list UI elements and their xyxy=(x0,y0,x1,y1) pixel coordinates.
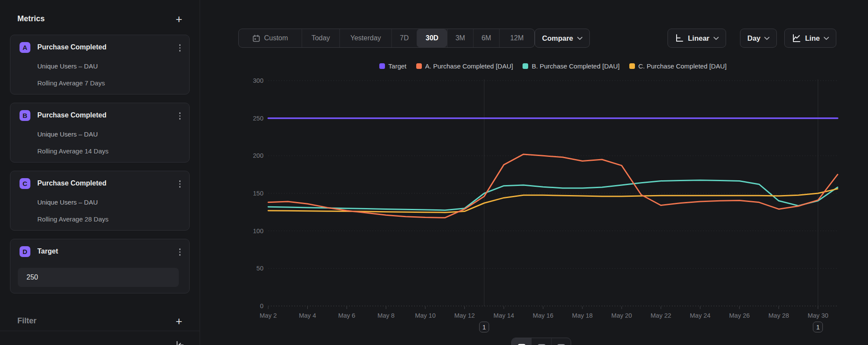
legend-item[interactable]: B. Purchase Completed [DAU] xyxy=(523,62,620,70)
bar-chart-icon xyxy=(536,342,547,345)
series-line xyxy=(268,180,838,210)
x-tick-label: May 12 xyxy=(454,312,475,319)
kebab-menu-icon[interactable] xyxy=(178,179,183,189)
chevron-down-icon xyxy=(824,37,829,40)
metric-measure: Unique Users – DAU xyxy=(37,62,98,70)
collapse-sidebar-icon[interactable] xyxy=(174,340,185,345)
metric-badge: D xyxy=(20,246,30,257)
chart-panel: CustomTodayYesterday7D30D3M6M12M Compare… xyxy=(200,0,868,345)
metric-badge: A xyxy=(20,42,30,53)
view-type-selector xyxy=(511,338,571,345)
legend-item[interactable]: A. Purchase Completed [DAU] xyxy=(416,62,513,70)
metric-title: Purchase Completed xyxy=(37,43,106,51)
date-range-label: 3M xyxy=(455,34,465,42)
x-tick-label: May 22 xyxy=(651,312,671,319)
y-tick-label: 250 xyxy=(253,115,263,122)
date-range-yesterday[interactable]: Yesterday xyxy=(339,29,391,47)
metric-badge: C xyxy=(20,178,30,189)
chevron-down-icon xyxy=(577,37,582,40)
legend-label: B. Purchase Completed [DAU] xyxy=(532,62,620,70)
x-tick-label: May 4 xyxy=(299,312,316,319)
add-metric-icon[interactable]: + xyxy=(176,15,182,23)
target-card[interactable]: D Target xyxy=(10,239,190,293)
add-filter-icon[interactable]: + xyxy=(176,317,182,325)
metric-transform: Rolling Average 7 Days xyxy=(37,79,105,87)
metric-transform: Rolling Average 14 Days xyxy=(37,147,108,155)
legend-item[interactable]: Target xyxy=(379,62,407,70)
stacked-chart-icon xyxy=(556,342,566,345)
date-range-12m[interactable]: 12M xyxy=(499,29,534,47)
compare-label: Compare xyxy=(542,34,573,42)
metric-measure: Unique Users – DAU xyxy=(37,130,98,138)
date-range-6m[interactable]: 6M xyxy=(473,29,499,47)
date-range-3m[interactable]: 3M xyxy=(447,29,473,47)
line-chart: 050100150200250300May 2May 4May 6May 8Ma… xyxy=(200,0,868,345)
x-tick-label: May 30 xyxy=(808,312,829,319)
metric-badge: B xyxy=(20,110,30,121)
linear-scale-icon xyxy=(675,34,684,43)
date-range-label: 12M xyxy=(510,34,523,42)
annotation-badge[interactable]: 1 xyxy=(813,322,823,332)
y-tick-label: 150 xyxy=(253,190,263,197)
metric-card[interactable]: BPurchase CompletedUnique Users – DAURol… xyxy=(10,103,190,163)
view-option-bar-chart[interactable] xyxy=(531,338,551,345)
target-value-input[interactable] xyxy=(18,268,179,287)
x-tick-label: May 14 xyxy=(493,312,514,319)
x-tick-label: May 8 xyxy=(378,312,395,319)
scale-button[interactable]: Linear xyxy=(667,29,726,48)
filter-title: Filter xyxy=(17,316,36,325)
view-option-line-chart[interactable] xyxy=(512,338,531,345)
legend-label: C. Purchase Completed [DAU] xyxy=(638,62,727,70)
date-range-label: 6M xyxy=(481,34,491,42)
granularity-label: Day xyxy=(747,34,760,42)
metric-card[interactable]: APurchase CompletedUnique Users – DAURol… xyxy=(10,35,190,94)
y-tick-label: 200 xyxy=(253,152,263,159)
legend-swatch xyxy=(416,63,422,69)
date-range-label: Custom xyxy=(264,34,288,42)
date-range-30d[interactable]: 30D xyxy=(417,29,447,47)
scale-label: Linear xyxy=(688,34,710,42)
calendar-icon xyxy=(252,34,260,42)
chevron-down-icon xyxy=(764,37,769,40)
date-range-today[interactable]: Today xyxy=(302,29,339,47)
chart-type-button[interactable]: Line xyxy=(784,29,836,48)
view-option-stacked-chart[interactable] xyxy=(551,338,571,345)
y-tick-label: 100 xyxy=(253,228,263,234)
date-range-custom[interactable]: Custom xyxy=(239,29,302,47)
date-range-label: 7D xyxy=(400,34,408,42)
x-tick-label: May 10 xyxy=(415,312,436,319)
kebab-menu-icon[interactable] xyxy=(178,111,183,121)
annotation-badge[interactable]: 1 xyxy=(479,322,489,332)
y-tick-label: 0 xyxy=(260,303,263,309)
date-range-control: CustomTodayYesterday7D30D3M6M12M xyxy=(238,29,535,48)
date-range-7d[interactable]: 7D xyxy=(391,29,417,47)
legend-item[interactable]: C. Purchase Completed [DAU] xyxy=(629,62,727,70)
metric-card[interactable]: CPurchase CompletedUnique Users – DAURol… xyxy=(10,171,190,231)
y-tick-label: 50 xyxy=(256,265,263,272)
line-chart-icon xyxy=(792,33,801,43)
legend-swatch xyxy=(379,63,385,69)
metric-title: Purchase Completed xyxy=(37,111,106,119)
legend-label: A. Purchase Completed [DAU] xyxy=(425,62,513,70)
chevron-down-icon xyxy=(713,37,719,40)
x-tick-label: May 28 xyxy=(768,312,789,319)
compare-button[interactable]: Compare xyxy=(535,29,590,48)
granularity-button[interactable]: Day xyxy=(740,29,777,48)
sidebar-divider xyxy=(0,331,200,331)
legend-swatch xyxy=(629,63,635,69)
y-tick-label: 300 xyxy=(253,77,263,84)
kebab-menu-icon[interactable] xyxy=(178,247,183,257)
line-chart-icon xyxy=(516,342,527,345)
chart-type-label: Line xyxy=(805,34,820,42)
metrics-header: Metrics + xyxy=(17,14,182,23)
filter-header: Filter + xyxy=(17,316,182,325)
legend-swatch xyxy=(523,63,528,69)
x-tick-label: May 20 xyxy=(612,312,632,319)
metrics-sidebar: Metrics + APurchase CompletedUnique User… xyxy=(0,0,200,345)
metric-measure: Unique Users – DAU xyxy=(37,199,98,206)
metric-title: Purchase Completed xyxy=(37,179,106,187)
kebab-menu-icon[interactable] xyxy=(178,42,183,53)
x-tick-label: May 26 xyxy=(729,312,750,319)
series-line xyxy=(268,189,838,213)
legend-label: Target xyxy=(388,62,407,70)
